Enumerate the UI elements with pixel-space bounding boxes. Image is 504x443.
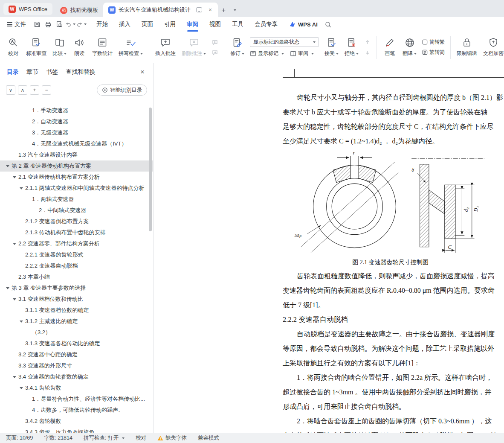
toc-item[interactable]: 3.4.1 齿轮齿数 xyxy=(0,382,153,393)
doc-line[interactable]: 足够大的稳定性，齿轮轮毂部分的宽度尺寸 C，在结构允许条件下应尽 xyxy=(283,119,498,134)
spell-check-indicator[interactable]: 拼写检查: 打开 xyxy=(84,434,125,442)
toc-item[interactable]: 3.1 变速器档位数和传动比 xyxy=(0,294,153,305)
doc-line[interactable]: 低于 7 级[1]。 xyxy=(283,298,498,312)
review-pane-button[interactable]: 审阅 xyxy=(290,50,314,57)
compatibility-mode-indicator[interactable]: 兼容模式 xyxy=(198,434,219,442)
figure-2-1[interactable]: r ≥sₚ xyxy=(283,149,498,256)
toc-item[interactable]: 2.1.2 变速器倒档布置方案 xyxy=(0,216,153,227)
toc-item[interactable]: 3.4.2 齿轮模数 xyxy=(0,416,153,427)
menu-item[interactable]: 工具 xyxy=(226,17,249,32)
expand-triangle-icon[interactable] xyxy=(6,165,9,167)
zoom-out-outline-button[interactable]: − xyxy=(42,85,51,95)
toc-item[interactable]: 3.4 变速器的齿轮参数的确定 xyxy=(0,371,153,382)
expand-triangle-icon[interactable] xyxy=(20,321,23,323)
toc-item[interactable]: 2.1.1 两轴式变速器和中间轴式变速器的特点分析 xyxy=(0,183,153,194)
toc-item[interactable]: 4．无限变速式机械无级变速器（IVT） xyxy=(0,138,153,149)
doc-line[interactable]: 至少满足尺寸要求 C = (1.2~1.4)d₂ ， d₂为花键内径。 xyxy=(283,134,498,149)
doc-line[interactable]: 等原因，都会导致自动脱档。为解决这个问题，除工艺上采取措施以外 xyxy=(283,341,498,356)
toc-item[interactable]: 2.2 变速器零、部件结构方案分析 xyxy=(0,238,153,249)
doc-line[interactable]: 要求尺寸 b 应大于或等于轮齿危险断面处的厚度。为了使齿轮装在轴 xyxy=(283,105,498,119)
toc-item[interactable]: 2.1 变速器传动机构布置方案分析 xyxy=(0,172,153,183)
doc-line[interactable]: 超过被接合齿的 1~3mm 。使用中两齿接触部分受到挤压同时磨损，并 xyxy=(283,385,498,399)
word-count-button[interactable]: 字数统计 xyxy=(89,34,116,61)
doc-line[interactable]: 形成凸肩，可用来阻止接合齿自动脱档。 xyxy=(283,399,498,414)
document-canvas[interactable]: 齿轮尺寸小又与轴分开，其内径直径到齿根圆处的厚度 b（图 2.1）影要求尺寸 b… xyxy=(154,63,504,433)
smart-toc-button[interactable]: 智能识别目录 xyxy=(97,85,147,96)
undo-button[interactable] xyxy=(65,19,75,29)
sidebar-tab[interactable]: 书签 xyxy=(46,68,58,76)
tab-list-caret-icon[interactable] xyxy=(229,3,240,17)
menu-item[interactable]: 引用 xyxy=(159,17,181,32)
document-text[interactable]: 齿轮尺寸小又与轴分开，其内径直径到齿根圆处的厚度 b（图 2.1）影要求尺寸 b… xyxy=(283,90,498,433)
toc-item[interactable]: 1.3 汽车变速器设计内容 xyxy=(0,149,153,160)
tab-docer-templates[interactable]: 稻 找稻壳模板 xyxy=(55,3,103,17)
save-button[interactable] xyxy=(32,19,42,29)
doc-line[interactable]: 1．将两接合齿的啮合位置错开，如图 2.2a 所示。这样在啮合时， xyxy=(283,370,498,385)
toc-item[interactable]: 第 2 章 变速器传动机构布置方案 xyxy=(0,160,153,172)
expand-triangle-icon[interactable] xyxy=(13,376,16,378)
expand-triangle-icon[interactable] xyxy=(20,187,23,189)
print-button[interactable] xyxy=(43,19,53,29)
expand-triangle-icon[interactable] xyxy=(13,176,16,178)
sidebar-tab[interactable]: 目录 xyxy=(7,68,19,76)
proofread-indicator[interactable]: 校对 xyxy=(136,434,146,442)
redo-button[interactable] xyxy=(76,19,87,29)
close-pane-icon[interactable]: × xyxy=(139,68,146,76)
toc-item[interactable]: 3.1.1 变速器档位数的确定 xyxy=(0,305,153,316)
spell-check-button[interactable]: 拼写检查 xyxy=(116,34,146,61)
simplified-to-traditional-button[interactable]: 简转繁 xyxy=(422,38,445,46)
translate-button[interactable]: 翻译 xyxy=(400,34,420,61)
menu-item[interactable]: 审阅 xyxy=(181,17,204,32)
new-tab-button[interactable]: + xyxy=(218,3,229,17)
pen-button[interactable]: 画笔 xyxy=(380,34,400,61)
sidebar-tab[interactable]: 查找和替换 xyxy=(66,68,96,76)
zoom-in-outline-button[interactable]: + xyxy=(30,85,39,95)
expand-all-button[interactable]: ∧ xyxy=(18,85,27,95)
toc-item[interactable]: 3.4.3 齿形、压力角及螺旋角 xyxy=(0,427,153,433)
sidebar-tab[interactable]: 章节 xyxy=(26,68,38,76)
insert-comment-button[interactable]: 插入批注 xyxy=(152,34,179,61)
accept-revision-button[interactable]: 接受 xyxy=(322,34,342,61)
standard-review-button[interactable]: 标准审查 xyxy=(23,34,49,61)
doc-line[interactable]: 变速器齿轮齿面的表面粗糙度应在 Rₐ0.40~0.80 μm 范围内选用。要求齿 xyxy=(283,283,498,298)
toc-item[interactable]: 1．两轴式变速器 xyxy=(0,194,153,205)
track-changes-button[interactable]: 修订 xyxy=(227,34,247,61)
search-button[interactable] xyxy=(324,21,332,28)
expand-triangle-icon[interactable] xyxy=(13,243,16,245)
menu-item[interactable]: 视图 xyxy=(204,17,226,32)
toc-item[interactable]: 3.3 变速器的外形尺寸 xyxy=(0,360,153,371)
tab-close-icon[interactable]: × xyxy=(208,6,213,13)
sidebar-scrollbar-thumb[interactable] xyxy=(149,108,152,231)
figure-caption[interactable]: 图 2.1 变速器齿轮尺寸控制图 xyxy=(283,256,498,269)
toc-item[interactable]: 2.1.3 传动机构布置中齿轮的安排 xyxy=(0,227,153,238)
doc-line[interactable]: 齿轮表面粗糙度数值降低，则噪声减少，齿面磨损速度减慢，提高 xyxy=(283,269,498,283)
doc-line[interactable]: 2.2.2 变速器自动脱档 xyxy=(283,312,498,327)
reject-revision-button[interactable]: 拒绝 xyxy=(342,34,362,61)
toc-item[interactable]: 2.2.1 变速器的齿轮形式 xyxy=(0,249,153,260)
collapse-all-button[interactable]: ∨ xyxy=(6,85,15,95)
read-aloud-button[interactable]: 朗读 xyxy=(70,34,89,61)
missing-font-warning[interactable]: 缺失字体 xyxy=(157,434,187,442)
tab-wps-home[interactable]: W WPS Office xyxy=(3,3,52,15)
file-menu-button[interactable]: 文件 xyxy=(3,19,30,30)
tab-document[interactable]: W 长安汽车变速箱机械结构设计 × xyxy=(103,3,218,17)
toc-item[interactable]: 第 3 章 变速器主要参数的选择 xyxy=(0,283,153,294)
toc-item[interactable]: 1．手动变速器 xyxy=(0,105,153,116)
page-indicator[interactable]: 页面: 10/69 xyxy=(6,434,33,442)
word-count-indicator[interactable]: 字数: 21814 xyxy=(44,434,72,442)
menu-item[interactable]: 页面 xyxy=(136,17,159,32)
expand-triangle-icon[interactable] xyxy=(13,298,16,300)
menu-item[interactable]: 开始 xyxy=(91,17,113,32)
expand-triangle-icon[interactable] xyxy=(20,387,23,389)
toc-item[interactable]: （3.2） xyxy=(0,327,153,338)
markup-state-select[interactable]: 显示标记的最终状态 xyxy=(250,37,319,47)
doc-line[interactable]: 上采取措施且行之有效的方案有以下几种[1]： xyxy=(283,356,498,370)
doc-line[interactable]: 自动脱档是变速器的主要故障之一。由于接合齿磨损、变速器刚度 xyxy=(283,327,498,341)
doc-line[interactable]: 2．将啮合齿套齿座上前齿圈的齿厚切薄（切下 0.3~0.6mm ），这 xyxy=(283,414,498,428)
toc-item[interactable]: 3.2 变速器中心距的确定 xyxy=(0,349,153,360)
toc-item[interactable]: 2．自动变速器 xyxy=(0,116,153,127)
toc-item[interactable]: 2.3 本章小结 xyxy=(0,271,153,283)
toc-item[interactable]: 2．中间轴式变速器 xyxy=(0,205,153,216)
show-markup-button[interactable]: 显示标记 xyxy=(250,50,284,57)
doc-line[interactable]: 齿轮尺寸小又与轴分开，其内径直径到齿根圆处的厚度 b（图 2.1）影 xyxy=(283,90,498,105)
